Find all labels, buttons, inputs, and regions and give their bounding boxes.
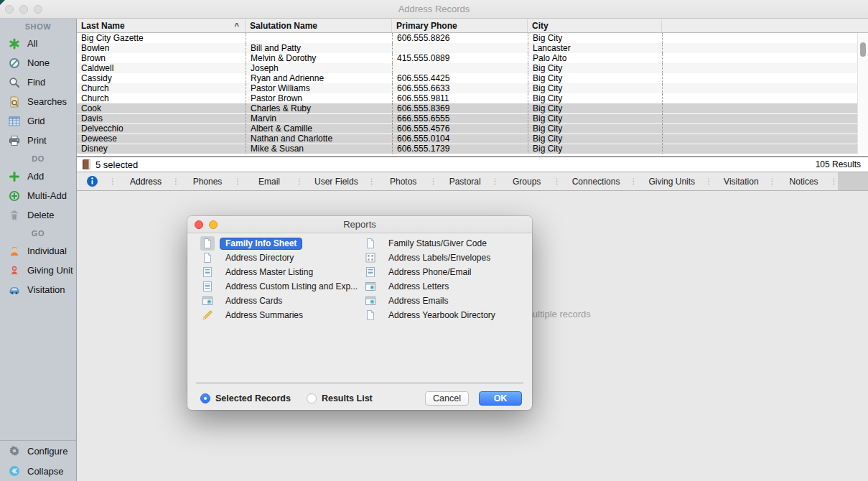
zoom-button[interactable]: [34, 5, 42, 14]
report-column-left: Family Info Sheet Address Directory Addr…: [200, 236, 363, 322]
cell-city: Lancaster: [528, 43, 662, 53]
dialog-close-button[interactable]: [195, 220, 203, 229]
sidebar-item-all[interactable]: All: [0, 34, 76, 53]
results-count-text: 105 Results: [816, 159, 861, 169]
cell-city: Big City: [528, 73, 662, 83]
tab-user-fields[interactable]: User Fields ⋮: [303, 172, 375, 190]
listing-document-icon: [200, 279, 215, 294]
sidebar-item-visitation[interactable]: Visitation: [0, 280, 76, 299]
sidebar-item-individual[interactable]: Individual: [0, 241, 76, 261]
card-globe-icon: [363, 279, 378, 294]
results-list-radio-group[interactable]: Results List: [307, 393, 373, 403]
cell-primary-phone: 415.555.0889: [392, 53, 528, 63]
report-item-address-custom-listing-and-exp[interactable]: Address Custom Listing and Exp...: [200, 279, 363, 294]
report-item-address-emails[interactable]: Address Emails: [363, 294, 523, 308]
cell-extra: [662, 113, 868, 123]
report-item-address-summaries[interactable]: Address Summaries: [200, 308, 363, 322]
table-row[interactable]: Church Pastor Brown 606.555.9811 Big Cit…: [77, 93, 868, 103]
table-row[interactable]: Cook Charles & Ruby 606.555.8369 Big Cit…: [77, 103, 868, 113]
sort-ascending-icon: ^: [235, 22, 241, 30]
cell-extra: [662, 43, 868, 53]
dialog-minimize-button[interactable]: [209, 220, 218, 229]
sidebar-sections: SHOW All None Find Searches Grid Print D…: [0, 19, 76, 299]
tab-notices[interactable]: Notices ⋮: [776, 172, 838, 190]
sidebar: SHOW All None Find Searches Grid Print D…: [0, 19, 77, 481]
sidebar-item-print[interactable]: Print: [0, 131, 76, 150]
scrollbar-thumb[interactable]: [860, 42, 866, 57]
sidebar-item-delete[interactable]: Delete: [0, 205, 76, 225]
sidebar-item-add[interactable]: Add: [0, 167, 76, 186]
table-row[interactable]: Brown Melvin & Dorothy 415.555.0889 Palo…: [77, 53, 868, 63]
table-row[interactable]: Deweese Nathan and Charlotte 606.555.010…: [77, 134, 868, 144]
sidebar-section-do: DO: [0, 150, 76, 167]
sidebar-item-grid[interactable]: Grid: [0, 111, 76, 131]
ok-button[interactable]: OK: [479, 391, 522, 406]
tab-address[interactable]: Address ⋮: [118, 172, 179, 190]
cancel-button[interactable]: Cancel: [425, 391, 469, 406]
sidebar-item-none[interactable]: None: [0, 53, 76, 73]
tab-connections[interactable]: Connections ⋮: [561, 172, 638, 190]
printer-icon: [8, 134, 21, 147]
cell-primary-phone: [392, 43, 528, 53]
tab-email[interactable]: Email ⋮: [241, 172, 303, 190]
vertical-scrollbar[interactable]: [857, 33, 868, 154]
report-item-address-directory[interactable]: Address Directory: [200, 251, 363, 265]
cell-last-name: Church: [77, 93, 246, 103]
column-header-extra[interactable]: [662, 19, 868, 32]
report-item-address-letters[interactable]: Address Letters: [363, 279, 523, 294]
records-table: Last Name ^ Salutation Name Primary Phon…: [77, 19, 868, 157]
column-header-city[interactable]: City: [528, 19, 662, 32]
sidebar-item-giving-unit[interactable]: Giving Unit: [0, 261, 76, 280]
table-row[interactable]: Big City Gazette 606.555.8826 Big City: [77, 33, 868, 43]
tab-bar: ⋮ Address ⋮ Phones ⋮ Email ⋮ User Fields…: [77, 172, 868, 191]
selected-records-radio[interactable]: [200, 393, 210, 403]
cell-last-name: Caldwell: [77, 63, 246, 73]
report-item-address-master-listing[interactable]: Address Master Listing: [200, 265, 363, 279]
column-header-primary-phone[interactable]: Primary Phone: [392, 19, 528, 32]
report-item-family-status-giver-code[interactable]: Family Status/Giver Code: [363, 236, 523, 251]
sidebar-footer: Configure Collapse: [0, 440, 76, 481]
close-button[interactable]: [5, 5, 14, 14]
sidebar-item-collapse[interactable]: Collapse: [0, 461, 76, 481]
cell-salutation-name: Nathan and Charlotte: [246, 134, 392, 144]
report-item-address-labels-envelopes[interactable]: Address Labels/Envelopes: [363, 251, 523, 265]
tab-pastoral[interactable]: Pastoral ⋮: [437, 172, 499, 190]
minimize-button[interactable]: [19, 5, 28, 14]
tab-giving-units[interactable]: Giving Units ⋮: [637, 172, 712, 190]
info-icon[interactable]: [86, 175, 98, 187]
tab-groups[interactable]: Groups ⋮: [499, 172, 561, 190]
cell-primary-phone: 606.555.1739: [392, 144, 528, 154]
sidebar-item-searches[interactable]: Searches: [0, 92, 76, 111]
table-row[interactable]: Delvecchio Albert & Camille 606.555.4576…: [77, 123, 868, 134]
column-header-salutation-name[interactable]: Salutation Name: [246, 19, 392, 32]
cell-primary-phone: 606.555.4576: [392, 123, 528, 134]
tab-separator: ⋮: [826, 178, 838, 185]
table-row[interactable]: Cassidy Ryan and Adrienne 606.555.4425 B…: [77, 73, 868, 83]
document-icon: [363, 236, 378, 251]
cell-primary-phone: 606.555.9811: [392, 93, 528, 103]
table-row[interactable]: Caldwell Joseph Big City: [77, 63, 868, 73]
tab-photos[interactable]: Photos ⋮: [375, 172, 437, 190]
selected-records-radio-group[interactable]: Selected Records: [200, 393, 291, 403]
cell-last-name: Bowlen: [77, 43, 246, 53]
report-item-family-info-sheet[interactable]: Family Info Sheet: [200, 236, 363, 251]
column-header-last-name[interactable]: Last Name ^: [77, 19, 246, 32]
tab-separator: ⋮: [168, 178, 179, 185]
cell-primary-phone: 606.555.0104: [392, 134, 528, 144]
listing-document-icon: [363, 265, 378, 279]
sidebar-item-find[interactable]: Find: [0, 73, 76, 92]
table-row[interactable]: Disney Mike & Susan 606.555.1739 Big Cit…: [77, 144, 868, 154]
table-row[interactable]: Davis Marvin 666.555.6555 Big City: [77, 113, 868, 123]
report-item-address-cards[interactable]: Address Cards: [200, 294, 363, 308]
magnifier-icon: [8, 76, 21, 89]
table-row[interactable]: Church Pastor Williams 606.555.6633 Big …: [77, 83, 868, 93]
cell-salutation-name: Mike & Susan: [246, 144, 392, 154]
table-row[interactable]: Bowlen Bill and Patty Lancaster: [77, 43, 868, 53]
sidebar-item-configure[interactable]: Configure: [0, 441, 76, 461]
tab-visitation[interactable]: Visitation ⋮: [712, 172, 775, 190]
report-item-address-yearbook-directory[interactable]: Address Yearbook Directory: [363, 308, 523, 322]
tab-phones[interactable]: Phones ⋮: [179, 172, 241, 190]
results-list-radio[interactable]: [307, 393, 317, 403]
report-item-address-phone-email[interactable]: Address Phone/Email: [363, 265, 523, 279]
sidebar-item-multi-add[interactable]: Multi-Add: [0, 186, 76, 205]
